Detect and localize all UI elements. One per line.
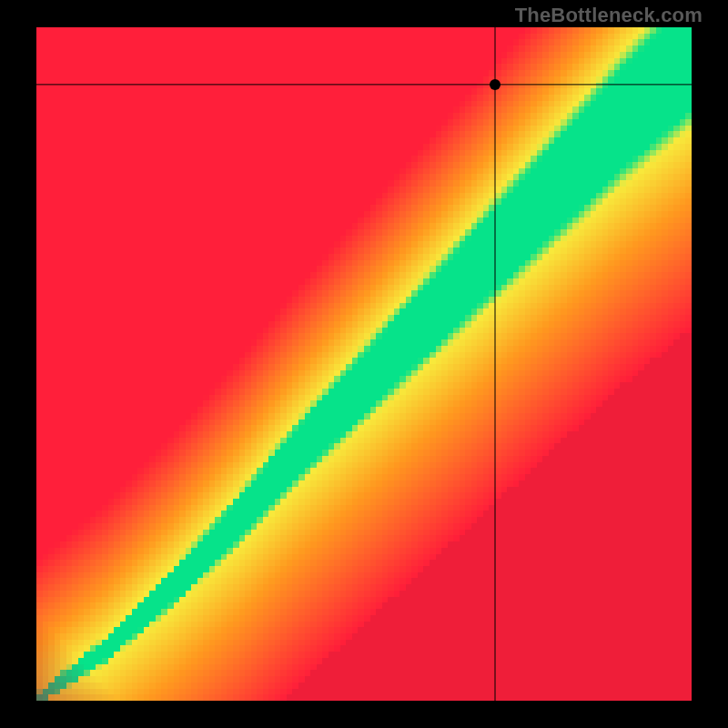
chart-stage: TheBottleneck.com (0, 0, 728, 728)
overlay-svg (36, 27, 692, 701)
watermark-text: TheBottleneck.com (515, 4, 703, 27)
marker-dot (490, 79, 500, 90)
plot-area (36, 27, 692, 701)
